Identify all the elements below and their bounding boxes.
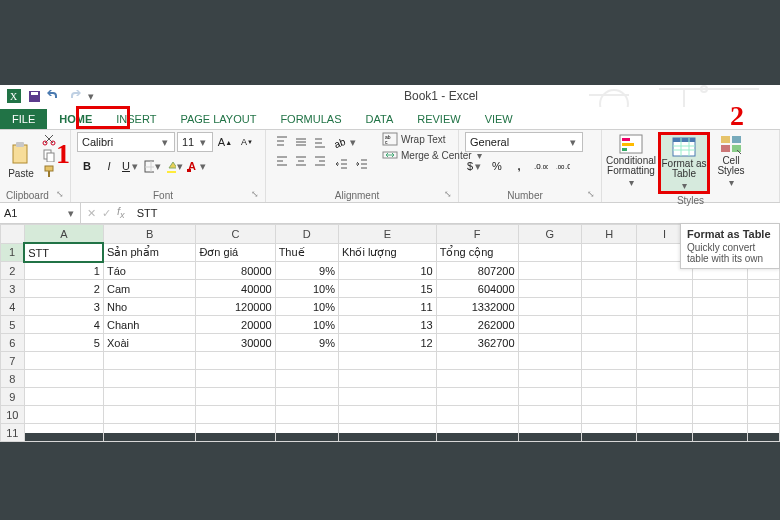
- fill-color-button[interactable]: ▾: [165, 156, 185, 176]
- qat-customize-icon[interactable]: ▾: [86, 90, 96, 103]
- conditional-formatting-button[interactable]: Conditional Formatting▾: [608, 132, 654, 188]
- cell-F9[interactable]: [436, 388, 518, 406]
- cell-J11[interactable]: [692, 424, 747, 442]
- cell-C3[interactable]: 40000: [196, 280, 275, 298]
- borders-button[interactable]: ▾: [143, 156, 163, 176]
- cell-I7[interactable]: [637, 352, 692, 370]
- row-header-10[interactable]: 10: [1, 406, 25, 424]
- cell-B3[interactable]: Cam: [103, 280, 195, 298]
- cell-K5[interactable]: [748, 316, 780, 334]
- cell-B9[interactable]: [103, 388, 195, 406]
- cell-D9[interactable]: [275, 388, 338, 406]
- increase-indent-icon[interactable]: [352, 154, 372, 174]
- tab-insert[interactable]: INSERT: [104, 109, 168, 129]
- spreadsheet-grid[interactable]: ABCDEFGHIJK 1STTSản phẩmĐơn giáThuếKhối …: [0, 224, 780, 442]
- align-left-icon[interactable]: [272, 151, 292, 171]
- cell-K6[interactable]: [748, 334, 780, 352]
- col-header-F[interactable]: F: [436, 225, 518, 244]
- cell-H9[interactable]: [581, 388, 636, 406]
- cell-A6[interactable]: 5: [24, 334, 103, 352]
- col-header-G[interactable]: G: [518, 225, 581, 244]
- align-center-icon[interactable]: [291, 151, 311, 171]
- italic-button[interactable]: I: [99, 156, 119, 176]
- col-header-E[interactable]: E: [339, 225, 437, 244]
- tab-page-layout[interactable]: PAGE LAYOUT: [168, 109, 268, 129]
- underline-button[interactable]: U▾: [121, 156, 141, 176]
- col-header-C[interactable]: C: [196, 225, 275, 244]
- bold-button[interactable]: B: [77, 156, 97, 176]
- cell-C10[interactable]: [196, 406, 275, 424]
- redo-icon[interactable]: [66, 88, 82, 104]
- cell-I11[interactable]: [637, 424, 692, 442]
- cell-styles-button[interactable]: Cell Styles▾: [714, 132, 748, 188]
- cell-F3[interactable]: 604000: [436, 280, 518, 298]
- col-header-B[interactable]: B: [103, 225, 195, 244]
- cell-I4[interactable]: [637, 298, 692, 316]
- cell-G7[interactable]: [518, 352, 581, 370]
- cell-J4[interactable]: [692, 298, 747, 316]
- cell-G9[interactable]: [518, 388, 581, 406]
- row-header-8[interactable]: 8: [1, 370, 25, 388]
- cell-B10[interactable]: [103, 406, 195, 424]
- cell-K10[interactable]: [748, 406, 780, 424]
- font-name-select[interactable]: Calibri▾: [77, 132, 175, 152]
- cell-A9[interactable]: [24, 388, 103, 406]
- cell-J9[interactable]: [692, 388, 747, 406]
- row-header-1[interactable]: 1: [1, 243, 25, 262]
- cell-F7[interactable]: [436, 352, 518, 370]
- cell-B7[interactable]: [103, 352, 195, 370]
- cell-A1[interactable]: STT: [24, 243, 103, 262]
- cell-K4[interactable]: [748, 298, 780, 316]
- save-icon[interactable]: [26, 88, 42, 104]
- cell-D6[interactable]: 9%: [275, 334, 338, 352]
- cell-D1[interactable]: Thuế: [275, 243, 338, 262]
- cell-C9[interactable]: [196, 388, 275, 406]
- cell-E4[interactable]: 11: [339, 298, 437, 316]
- cell-B5[interactable]: Chanh: [103, 316, 195, 334]
- decrease-indent-icon[interactable]: [332, 154, 352, 174]
- tab-review[interactable]: REVIEW: [405, 109, 472, 129]
- cell-E6[interactable]: 12: [339, 334, 437, 352]
- cell-K11[interactable]: [748, 424, 780, 442]
- cell-E3[interactable]: 15: [339, 280, 437, 298]
- cell-C1[interactable]: Đơn giá: [196, 243, 275, 262]
- cell-H4[interactable]: [581, 298, 636, 316]
- cell-A8[interactable]: [24, 370, 103, 388]
- cell-A3[interactable]: 2: [24, 280, 103, 298]
- cell-A2[interactable]: 1: [24, 262, 103, 280]
- row-header-9[interactable]: 9: [1, 388, 25, 406]
- cell-A7[interactable]: [24, 352, 103, 370]
- cell-E8[interactable]: [339, 370, 437, 388]
- tab-view[interactable]: VIEW: [473, 109, 525, 129]
- paste-button[interactable]: Paste: [6, 132, 36, 188]
- cell-B6[interactable]: Xoài: [103, 334, 195, 352]
- row-header-2[interactable]: 2: [1, 262, 25, 280]
- cell-H8[interactable]: [581, 370, 636, 388]
- cut-icon[interactable]: [40, 132, 58, 146]
- cell-G1[interactable]: [518, 243, 581, 262]
- cell-G4[interactable]: [518, 298, 581, 316]
- cell-H3[interactable]: [581, 280, 636, 298]
- cell-D8[interactable]: [275, 370, 338, 388]
- cell-H1[interactable]: [581, 243, 636, 262]
- cell-E11[interactable]: [339, 424, 437, 442]
- percent-format-icon[interactable]: %: [487, 156, 507, 176]
- row-header-6[interactable]: 6: [1, 334, 25, 352]
- cell-E5[interactable]: 13: [339, 316, 437, 334]
- cell-B8[interactable]: [103, 370, 195, 388]
- cell-J7[interactable]: [692, 352, 747, 370]
- cell-J10[interactable]: [692, 406, 747, 424]
- row-header-4[interactable]: 4: [1, 298, 25, 316]
- cell-I8[interactable]: [637, 370, 692, 388]
- cell-E10[interactable]: [339, 406, 437, 424]
- name-box[interactable]: A1▾: [0, 203, 81, 223]
- cell-I5[interactable]: [637, 316, 692, 334]
- fx-icon[interactable]: fx: [117, 205, 125, 220]
- number-dialog-launcher-icon[interactable]: ⤡: [585, 189, 595, 201]
- cancel-formula-icon[interactable]: ✕: [87, 207, 96, 220]
- cell-F4[interactable]: 1332000: [436, 298, 518, 316]
- cell-I3[interactable]: [637, 280, 692, 298]
- cell-D3[interactable]: 10%: [275, 280, 338, 298]
- cell-C4[interactable]: 120000: [196, 298, 275, 316]
- format-as-table-button[interactable]: Format as Table▾: [658, 132, 710, 194]
